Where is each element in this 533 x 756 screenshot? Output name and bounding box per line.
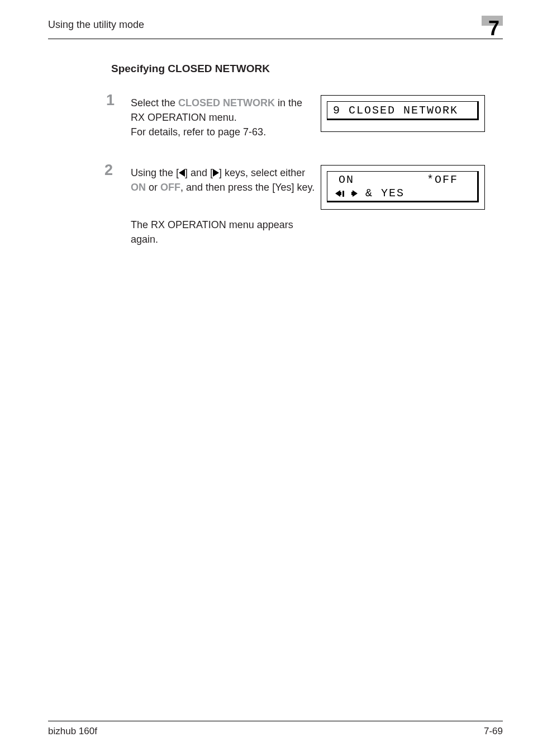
header-chapter-number: 7 bbox=[488, 19, 499, 38]
left-right-arrow-icon bbox=[335, 189, 358, 198]
step-2-pre: Using the [ bbox=[131, 167, 179, 178]
footer-divider bbox=[48, 721, 503, 721]
step-2-mid2: ] keys, select either bbox=[219, 167, 305, 178]
lcd-display-2-line-1: ON *OFF bbox=[327, 172, 477, 186]
step-2-post: , and then press the [Yes] key. bbox=[180, 182, 315, 193]
right-arrow-icon bbox=[213, 169, 219, 177]
lcd-display-1: 9 CLOSED NETWORK bbox=[321, 95, 485, 132]
lcd-display-2-line-2: & YES bbox=[327, 186, 477, 200]
footer-page-number: 7-69 bbox=[484, 726, 503, 737]
lcd2-line2-text: & YES bbox=[358, 187, 404, 200]
step-1-number: 1 bbox=[106, 92, 115, 109]
step-2-result: The RX OPERATION menu appears again. bbox=[131, 218, 314, 247]
lcd-display-1-text: 9 CLOSED NETWORK bbox=[327, 101, 479, 120]
lcd2-on-label: ON bbox=[339, 173, 354, 186]
step-1-text: Select the CLOSED NETWORK in the RX OPER… bbox=[131, 96, 310, 139]
lcd-display-2: ON *OFF & YES bbox=[321, 165, 485, 210]
page-header: Using the utility mode 7 bbox=[48, 19, 503, 39]
section-heading: Specifying CLOSED NETWORK bbox=[111, 63, 270, 75]
step-2-keyword-off: OFF bbox=[160, 182, 180, 193]
step-2-keyword-on: ON bbox=[131, 182, 146, 193]
svg-rect-1 bbox=[342, 191, 344, 197]
svg-marker-2 bbox=[351, 190, 358, 197]
step-2-or: or bbox=[146, 182, 160, 193]
step-2-mid1: ] and [ bbox=[185, 167, 213, 178]
step-1-keyword: CLOSED NETWORK bbox=[178, 97, 275, 108]
lcd2-off-label: *OFF bbox=[427, 173, 458, 186]
step-1-pre: Select the bbox=[131, 97, 178, 108]
lcd-display-2-inner: ON *OFF & YES bbox=[327, 171, 479, 202]
footer-product-name: bizhub 160f bbox=[48, 726, 97, 737]
header-section-label: Using the utility mode bbox=[48, 19, 144, 30]
left-arrow-icon bbox=[179, 169, 185, 177]
step-2-text: Using the [] and [] keys, select either … bbox=[131, 166, 315, 195]
step-2-number: 2 bbox=[104, 162, 113, 179]
svg-marker-0 bbox=[335, 190, 341, 197]
